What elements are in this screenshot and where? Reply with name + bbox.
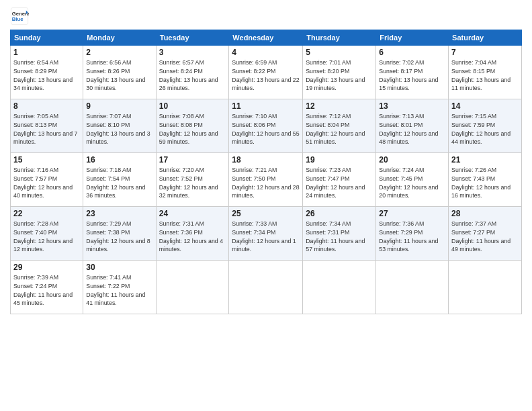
day-number: 27: [379, 209, 445, 218]
calendar-day-cell: [303, 261, 376, 314]
calendar-day-cell: 10Sunrise: 7:08 AMSunset: 8:08 PMDayligh…: [156, 99, 229, 153]
day-number: 9: [86, 101, 152, 111]
calendar-day-cell: 3Sunrise: 6:57 AMSunset: 8:24 PMDaylight…: [156, 46, 229, 99]
day-number: 26: [306, 209, 373, 218]
day-info: Sunrise: 7:23 AMSunset: 7:47 PMDaylight:…: [306, 167, 365, 199]
day-number: 28: [451, 209, 519, 218]
calendar-week-row: 29Sunrise: 7:39 AMSunset: 7:24 PMDayligh…: [11, 261, 522, 314]
day-number: 1: [13, 48, 80, 57]
calendar-week-row: 8Sunrise: 7:05 AMSunset: 8:13 PMDaylight…: [11, 99, 522, 153]
day-info: Sunrise: 7:28 AMSunset: 7:40 PMDaylight:…: [13, 220, 73, 253]
day-number: 22: [13, 209, 80, 218]
day-number: 6: [379, 48, 445, 57]
day-number: 11: [232, 101, 300, 111]
day-number: 13: [379, 101, 445, 111]
day-info: Sunrise: 7:15 AMSunset: 7:59 PMDaylight:…: [451, 113, 511, 145]
day-header-sunday: Sunday: [11, 30, 83, 46]
day-info: Sunrise: 7:36 AMSunset: 7:29 PMDaylight:…: [379, 220, 438, 253]
day-number: 3: [159, 48, 226, 57]
day-info: Sunrise: 7:02 AMSunset: 8:17 PMDaylight:…: [379, 59, 438, 91]
calendar-day-cell: 16Sunrise: 7:18 AMSunset: 7:54 PMDayligh…: [83, 153, 156, 207]
calendar-day-cell: 18Sunrise: 7:21 AMSunset: 7:50 PMDayligh…: [229, 153, 303, 207]
calendar-day-cell: [449, 261, 522, 314]
calendar-day-cell: 21Sunrise: 7:26 AMSunset: 7:43 PMDayligh…: [449, 153, 522, 207]
day-header-monday: Monday: [83, 30, 156, 46]
day-number: 16: [86, 155, 152, 165]
day-info: Sunrise: 7:08 AMSunset: 8:08 PMDaylight:…: [159, 113, 218, 145]
day-info: Sunrise: 7:12 AMSunset: 8:04 PMDaylight:…: [306, 113, 365, 145]
day-info: Sunrise: 7:26 AMSunset: 7:43 PMDaylight:…: [451, 167, 511, 199]
calendar-day-cell: 8Sunrise: 7:05 AMSunset: 8:13 PMDaylight…: [11, 99, 83, 153]
calendar-week-row: 22Sunrise: 7:28 AMSunset: 7:40 PMDayligh…: [11, 207, 522, 261]
calendar-day-cell: 1Sunrise: 6:54 AMSunset: 8:29 PMDaylight…: [11, 46, 83, 99]
header: General Blue: [10, 7, 522, 26]
day-number: 12: [306, 101, 373, 111]
calendar-day-cell: 7Sunrise: 7:04 AMSunset: 8:15 PMDaylight…: [449, 46, 522, 99]
day-info: Sunrise: 6:57 AMSunset: 8:24 PMDaylight:…: [159, 59, 218, 91]
day-header-tuesday: Tuesday: [156, 30, 229, 46]
day-header-saturday: Saturday: [449, 30, 522, 46]
day-number: 14: [451, 101, 519, 111]
calendar-day-cell: 12Sunrise: 7:12 AMSunset: 8:04 PMDayligh…: [303, 99, 376, 153]
calendar-day-cell: 2Sunrise: 6:56 AMSunset: 8:26 PMDaylight…: [83, 46, 156, 99]
calendar-week-row: 15Sunrise: 7:16 AMSunset: 7:57 PMDayligh…: [11, 153, 522, 207]
day-number: 24: [159, 209, 226, 218]
calendar-day-cell: 5Sunrise: 7:01 AMSunset: 8:20 PMDaylight…: [303, 46, 376, 99]
day-number: 17: [159, 155, 226, 165]
day-number: 8: [13, 101, 80, 111]
calendar-day-cell: 28Sunrise: 7:37 AMSunset: 7:27 PMDayligh…: [449, 207, 522, 261]
day-info: Sunrise: 7:05 AMSunset: 8:13 PMDaylight:…: [13, 113, 77, 145]
calendar-day-cell: 19Sunrise: 7:23 AMSunset: 7:47 PMDayligh…: [303, 153, 376, 207]
calendar-table: SundayMondayTuesdayWednesdayThursdayFrid…: [10, 30, 522, 314]
calendar-day-cell: 11Sunrise: 7:10 AMSunset: 8:06 PMDayligh…: [229, 99, 303, 153]
day-number: 20: [379, 155, 445, 165]
day-number: 18: [232, 155, 300, 165]
day-info: Sunrise: 7:13 AMSunset: 8:01 PMDaylight:…: [379, 113, 438, 145]
calendar-day-cell: 24Sunrise: 7:31 AMSunset: 7:36 PMDayligh…: [156, 207, 229, 261]
day-info: Sunrise: 7:16 AMSunset: 7:57 PMDaylight:…: [13, 167, 73, 199]
calendar-day-cell: 9Sunrise: 7:07 AMSunset: 8:10 PMDaylight…: [83, 99, 156, 153]
calendar-day-cell: 23Sunrise: 7:29 AMSunset: 7:38 PMDayligh…: [83, 207, 156, 261]
day-info: Sunrise: 7:20 AMSunset: 7:52 PMDaylight:…: [159, 167, 218, 199]
day-info: Sunrise: 6:59 AMSunset: 8:22 PMDaylight:…: [232, 59, 299, 91]
day-number: 15: [13, 155, 80, 165]
day-info: Sunrise: 7:21 AMSunset: 7:50 PMDaylight:…: [232, 167, 299, 199]
day-number: 7: [451, 48, 519, 57]
calendar-day-cell: 26Sunrise: 7:34 AMSunset: 7:31 PMDayligh…: [303, 207, 376, 261]
calendar-day-cell: 6Sunrise: 7:02 AMSunset: 8:17 PMDaylight…: [376, 46, 449, 99]
day-info: Sunrise: 6:56 AMSunset: 8:26 PMDaylight:…: [86, 59, 145, 91]
calendar-day-cell: 14Sunrise: 7:15 AMSunset: 7:59 PMDayligh…: [449, 99, 522, 153]
svg-text:Blue: Blue: [12, 16, 24, 22]
day-info: Sunrise: 7:10 AMSunset: 8:06 PMDaylight:…: [232, 113, 299, 145]
calendar-day-cell: [229, 261, 303, 314]
calendar-page: General Blue SundayMondayTuesdayWednesda…: [0, 0, 532, 321]
calendar-day-cell: 20Sunrise: 7:24 AMSunset: 7:45 PMDayligh…: [376, 153, 449, 207]
day-info: Sunrise: 7:29 AMSunset: 7:38 PMDaylight:…: [86, 220, 150, 253]
day-header-wednesday: Wednesday: [229, 30, 303, 46]
calendar-day-cell: [376, 261, 449, 314]
day-info: Sunrise: 6:54 AMSunset: 8:29 PMDaylight:…: [13, 59, 73, 91]
day-number: 4: [232, 48, 300, 57]
day-header-friday: Friday: [376, 30, 449, 46]
calendar-day-cell: 13Sunrise: 7:13 AMSunset: 8:01 PMDayligh…: [376, 99, 449, 153]
calendar-day-cell: 15Sunrise: 7:16 AMSunset: 7:57 PMDayligh…: [11, 153, 83, 207]
day-info: Sunrise: 7:41 AMSunset: 7:22 PMDaylight:…: [86, 274, 145, 306]
day-info: Sunrise: 7:33 AMSunset: 7:34 PMDaylight:…: [232, 220, 296, 253]
day-number: 5: [306, 48, 373, 57]
calendar-day-cell: 17Sunrise: 7:20 AMSunset: 7:52 PMDayligh…: [156, 153, 229, 207]
day-number: 21: [451, 155, 519, 165]
calendar-day-cell: 30Sunrise: 7:41 AMSunset: 7:22 PMDayligh…: [83, 261, 156, 314]
logo-icon: General Blue: [10, 7, 29, 26]
day-number: 10: [159, 101, 226, 111]
calendar-day-cell: 27Sunrise: 7:36 AMSunset: 7:29 PMDayligh…: [376, 207, 449, 261]
calendar-day-cell: 25Sunrise: 7:33 AMSunset: 7:34 PMDayligh…: [229, 207, 303, 261]
day-number: 23: [86, 209, 152, 218]
day-info: Sunrise: 7:24 AMSunset: 7:45 PMDaylight:…: [379, 167, 438, 199]
calendar-day-cell: 4Sunrise: 6:59 AMSunset: 8:22 PMDaylight…: [229, 46, 303, 99]
day-info: Sunrise: 7:07 AMSunset: 8:10 PMDaylight:…: [86, 113, 150, 145]
day-number: 29: [13, 263, 80, 272]
day-header-thursday: Thursday: [303, 30, 376, 46]
days-header-row: SundayMondayTuesdayWednesdayThursdayFrid…: [11, 30, 522, 46]
day-info: Sunrise: 7:31 AMSunset: 7:36 PMDaylight:…: [159, 220, 223, 253]
calendar-day-cell: 22Sunrise: 7:28 AMSunset: 7:40 PMDayligh…: [11, 207, 83, 261]
